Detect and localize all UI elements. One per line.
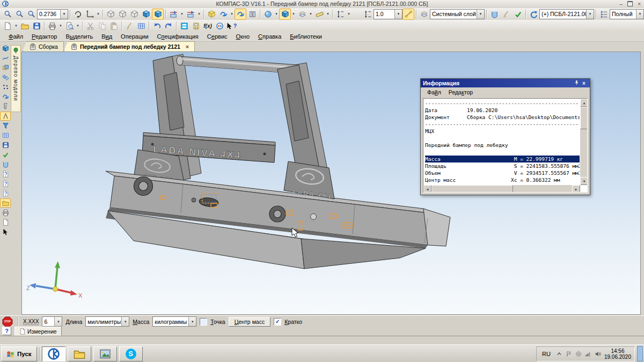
snap-icon[interactable]: [402, 9, 414, 20]
menu-help[interactable]: Справка: [254, 32, 286, 41]
quick-display-icon[interactable]: [235, 9, 246, 20]
shaded-icon[interactable]: [140, 9, 152, 20]
info-row-volume[interactable]: Объем V = 2934517.555567 мм3: [425, 169, 580, 176]
tab-assembly[interactable]: Сборка: [23, 41, 64, 51]
display-mode-icon[interactable]: [279, 9, 291, 20]
columns-icon[interactable]: [246, 9, 258, 20]
show-desktop-button[interactable]: [637, 346, 643, 361]
context-help-icon[interactable]: ?: [225, 20, 237, 32]
taskbar-explorer-button[interactable]: [68, 346, 91, 361]
sketch-icon[interactable]: [0, 92, 11, 101]
info-row-area[interactable]: Площадь S = 2241583.555876 мм2: [425, 162, 580, 169]
display-detail-combo[interactable]: Полный▼: [610, 9, 644, 19]
language-indicator[interactable]: RU: [540, 351, 553, 357]
info-row-mass-selected[interactable]: Масса M = 22.999719 кг: [425, 156, 580, 162]
hidden-thin-icon[interactable]: [128, 9, 140, 20]
taskbar-skype-button[interactable]: S: [119, 346, 143, 361]
sketch-check-icon[interactable]: [512, 9, 524, 20]
edit-component-icon[interactable]: [488, 9, 500, 20]
spec-table-icon[interactable]: [135, 20, 147, 32]
document-combo[interactable]: (+) ПСБЛ-2121.00.0▼: [539, 9, 594, 19]
taskbar-kompas-button[interactable]: [42, 346, 65, 361]
dimension-step-icon[interactable]: [362, 9, 374, 20]
minimize-button[interactable]: –: [620, 1, 623, 7]
mass-units-combo[interactable]: килограммы▼: [152, 316, 196, 327]
hatch-icon[interactable]: [313, 9, 325, 20]
flag-tray-icon[interactable]: [566, 351, 572, 357]
open-icon[interactable]: [19, 20, 31, 32]
horizontal-scrollbar[interactable]: ◀ ▶: [423, 184, 580, 192]
bluetooth-tray-icon[interactable]: [575, 351, 582, 357]
report-icon[interactable]: [0, 218, 11, 227]
volume-icon[interactable]: [595, 351, 601, 357]
restore-button[interactable]: [627, 1, 633, 6]
cut-icon[interactable]: [84, 20, 96, 32]
mold-icon[interactable]: [0, 160, 11, 169]
chevron-down-icon[interactable]: ▼: [325, 9, 331, 19]
start-button[interactable]: Пуск: [1, 346, 37, 361]
info-row-center-x[interactable]: Центр массXc = 0.366322 мм: [425, 176, 580, 183]
spreadsheet-icon[interactable]: [0, 131, 11, 140]
help-button[interactable]: ?: [2, 327, 11, 335]
print-icon[interactable]: [46, 20, 58, 32]
attachments-icon[interactable]: [0, 102, 11, 111]
section-surface-icon[interactable]: [167, 9, 179, 20]
point-checkbox[interactable]: [200, 318, 207, 326]
points-icon[interactable]: [0, 83, 11, 92]
hidden-lines-icon[interactable]: [116, 9, 128, 20]
file-explorer-icon[interactable]: [0, 198, 11, 208]
save-part-icon[interactable]: [0, 141, 11, 150]
zoom-all-icon[interactable]: [13, 9, 25, 20]
chevron-down-icon[interactable]: ▼: [179, 9, 185, 19]
orientation-icon[interactable]: [84, 9, 96, 20]
copy-icon[interactable]: [96, 20, 108, 32]
detail-filter-icon[interactable]: [598, 9, 610, 20]
model-tree-tab[interactable]: Дерево модели: [11, 45, 21, 112]
stop-button[interactable]: STOP: [2, 316, 13, 327]
chevron-down-icon[interactable]: ▼: [346, 9, 352, 19]
boolean-icon[interactable]: [0, 63, 11, 72]
pin-icon[interactable]: [573, 80, 580, 87]
layers-icon[interactable]: [418, 9, 430, 20]
surface-icon[interactable]: [0, 73, 11, 82]
wireframe-icon[interactable]: [105, 9, 116, 20]
zoom-window-icon[interactable]: [2, 9, 13, 20]
info-close-icon[interactable]: ×: [580, 80, 588, 86]
close-tab-icon[interactable]: ×: [186, 43, 189, 50]
menu-select[interactable]: Выделить: [61, 32, 97, 41]
measure-area-icon[interactable]: [0, 189, 11, 198]
chevron-down-icon[interactable]: ▼: [308, 9, 313, 19]
measure-compass-icon[interactable]: [0, 112, 11, 121]
shaded-edges-icon[interactable]: [152, 9, 164, 20]
precision-combo[interactable]: 6▼: [42, 316, 62, 327]
precision-label[interactable]: X.XXX: [23, 319, 39, 325]
undo-icon[interactable]: [151, 20, 163, 32]
variables-icon[interactable]: [178, 20, 190, 32]
tab-measurement[interactable]: Измерение: [14, 327, 62, 336]
scale-combo[interactable]: 0.2736▼: [37, 9, 68, 19]
taskbar-photos-button[interactable]: [93, 346, 117, 361]
clock[interactable]: 14:56 19.06.2020: [604, 348, 631, 360]
section-plane-icon[interactable]: [185, 9, 196, 20]
shade-mode-icon[interactable]: [262, 9, 274, 20]
save-icon[interactable]: [31, 20, 42, 32]
menu-libraries[interactable]: Библиотеки: [286, 32, 326, 41]
chevron-down-icon[interactable]: ▼: [13, 21, 19, 31]
vertical-scrollbar[interactable]: ▲ ▼: [580, 99, 587, 185]
menu-view[interactable]: Вид: [97, 32, 116, 41]
menu-operations[interactable]: Операции: [116, 32, 152, 41]
print-preview-icon[interactable]: [63, 20, 75, 32]
chevron-down-icon[interactable]: ▼: [96, 9, 101, 19]
show-hidden-icons-icon[interactable]: [556, 351, 562, 357]
copy-properties-icon[interactable]: [123, 20, 135, 32]
info-title-bar[interactable]: Информация ×: [421, 79, 590, 87]
cut-view-icon[interactable]: [217, 9, 229, 20]
menu-service[interactable]: Сервис: [203, 32, 232, 41]
brief-checkbox[interactable]: ✓: [274, 318, 281, 326]
simplified-display-icon[interactable]: [206, 9, 217, 20]
menu-file[interactable]: Файл: [4, 32, 27, 41]
rebuild-icon[interactable]: [528, 9, 539, 20]
chevron-down-icon[interactable]: ▼: [75, 21, 80, 31]
zoom-in-out-icon[interactable]: [25, 9, 37, 20]
filter-icon[interactable]: [0, 121, 11, 130]
